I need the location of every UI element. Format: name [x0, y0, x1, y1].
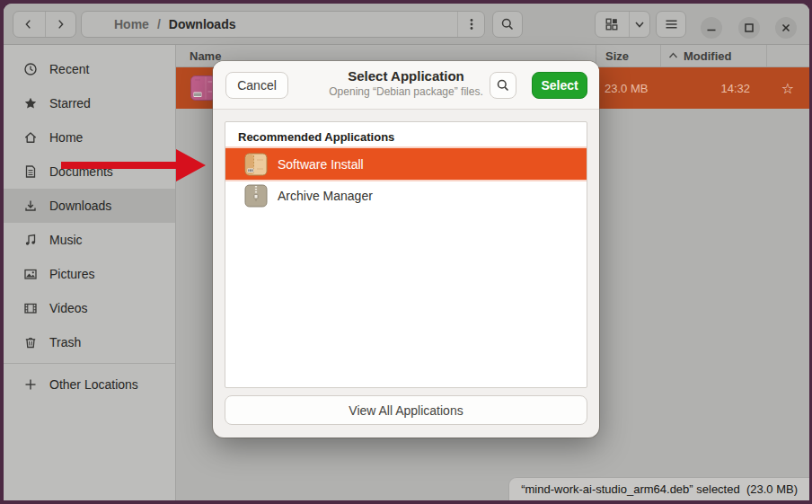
minimize-button[interactable]: [701, 17, 722, 39]
sidebar-item-other-locations[interactable]: Other Locations: [4, 367, 175, 402]
file-size-cell: 23.0 MB: [596, 82, 660, 95]
sidebar-item-label: Home: [49, 130, 83, 145]
column-label: Modified: [684, 49, 731, 63]
sidebar-item-label: Starred: [49, 96, 91, 111]
sidebar-item-label: Other Locations: [49, 377, 138, 392]
sidebar-item-label: Trash: [49, 335, 81, 349]
chevron-right-icon: [54, 18, 66, 31]
hamburger-menu-icon: [664, 17, 679, 31]
sidebar: Recent Starred Home Documents Downloads …: [4, 45, 176, 500]
back-button[interactable]: [13, 12, 45, 37]
breadcrumb-home[interactable]: Home: [114, 17, 149, 31]
section-title: Recommended Applications: [225, 122, 587, 148]
sidebar-item-music[interactable]: Music: [4, 223, 175, 257]
sidebar-item-label: Videos: [49, 301, 88, 315]
dialog-search-button[interactable]: [490, 72, 516, 99]
select-application-dialog: Cancel Select Application Opening “Debia…: [213, 61, 599, 438]
cancel-button[interactable]: Cancel: [225, 72, 288, 99]
dialog-title: Select Application: [303, 68, 509, 84]
music-icon: [22, 233, 38, 248]
column-label: Size: [605, 49, 629, 63]
sidebar-item-videos[interactable]: Videos: [4, 291, 175, 325]
home-icon: [93, 17, 107, 31]
sidebar-item-trash[interactable]: Trash: [4, 325, 175, 359]
nav-button-group: [13, 11, 76, 38]
maximize-button[interactable]: [738, 17, 760, 39]
sidebar-item-label: Recent: [49, 62, 89, 76]
app-row-archive-manager[interactable]: Archive Manager: [225, 180, 587, 211]
column-header-size[interactable]: Size: [596, 45, 660, 66]
file-modified-cell: 14:32: [660, 82, 766, 95]
app-label: Software Install: [278, 157, 364, 172]
sidebar-item-label: Downloads: [49, 199, 111, 213]
star-icon: [22, 96, 38, 111]
grid-view-icon: [605, 17, 619, 31]
application-list: Recommended Applications Software Instal…: [225, 121, 587, 388]
forward-button[interactable]: [45, 12, 76, 37]
file-modified: 14:32: [720, 82, 750, 95]
trash-icon: [22, 335, 38, 350]
kebab-menu-icon: [464, 17, 479, 31]
file-star-cell[interactable]: ☆: [766, 80, 809, 97]
view-all-applications-button[interactable]: View All Applications: [225, 395, 587, 425]
dialog-title-block: Select Application Opening “Debian packa…: [303, 68, 509, 98]
breadcrumb-separator: /: [157, 17, 161, 31]
column-header-modified[interactable]: Modified: [660, 45, 766, 66]
sidebar-item-recent[interactable]: Recent: [4, 52, 175, 86]
document-icon: [22, 164, 38, 180]
sidebar-item-pictures[interactable]: Pictures: [4, 257, 175, 291]
select-button[interactable]: Select: [532, 72, 587, 99]
breadcrumb[interactable]: Home / Downloads: [81, 11, 485, 38]
search-button[interactable]: [492, 11, 523, 38]
main-menu-button[interactable]: [656, 11, 686, 38]
status-bar: “mind-work-ai-studio_arm64.deb” selected…: [508, 477, 809, 500]
column-label: Name: [190, 49, 221, 63]
view-options-button[interactable]: [629, 12, 649, 37]
chevron-down-icon: [633, 18, 646, 31]
video-icon: [22, 301, 38, 316]
chevron-left-icon: [22, 18, 35, 31]
dialog-header: Cancel Select Application Opening “Debia…: [213, 61, 599, 110]
search-icon: [500, 17, 515, 31]
sort-ascending-icon: [668, 52, 678, 59]
home-icon: [22, 130, 38, 146]
close-icon: [781, 22, 791, 33]
column-header-star: [766, 45, 809, 66]
picture-icon: [22, 267, 38, 282]
status-text: “mind-work-ai-studio_arm64.deb” selected…: [521, 482, 798, 496]
sidebar-item-downloads[interactable]: Downloads: [4, 189, 175, 223]
plus-icon: [22, 377, 38, 393]
app-row-software-install[interactable]: Software Install: [225, 148, 587, 180]
grid-view-button[interactable]: [596, 12, 629, 37]
archive-manager-icon: [244, 184, 268, 208]
download-icon: [22, 199, 38, 214]
sidebar-item-label: Music: [49, 233, 83, 247]
recent-icon: [22, 62, 38, 77]
breadcrumb-current[interactable]: Downloads: [169, 17, 236, 31]
close-button[interactable]: [775, 17, 797, 39]
search-icon: [496, 78, 510, 93]
sidebar-item-label: Pictures: [49, 267, 95, 281]
minimize-icon: [706, 22, 717, 33]
star-outline-icon[interactable]: ☆: [781, 80, 794, 97]
sidebar-item-starred[interactable]: Starred: [4, 86, 175, 120]
app-label: Archive Manager: [278, 189, 373, 203]
maximize-icon: [744, 22, 755, 33]
dialog-subtitle: Opening “Debian package” files.: [303, 85, 509, 98]
headerbar: Home / Downloads: [4, 4, 809, 45]
annotation-arrow: [59, 146, 208, 184]
path-menu-button[interactable]: [457, 12, 484, 37]
view-toggle-split-button: [595, 11, 650, 38]
file-size: 23.0 MB: [605, 82, 648, 95]
software-install-icon: [244, 153, 268, 176]
sidebar-separator: [4, 363, 175, 364]
